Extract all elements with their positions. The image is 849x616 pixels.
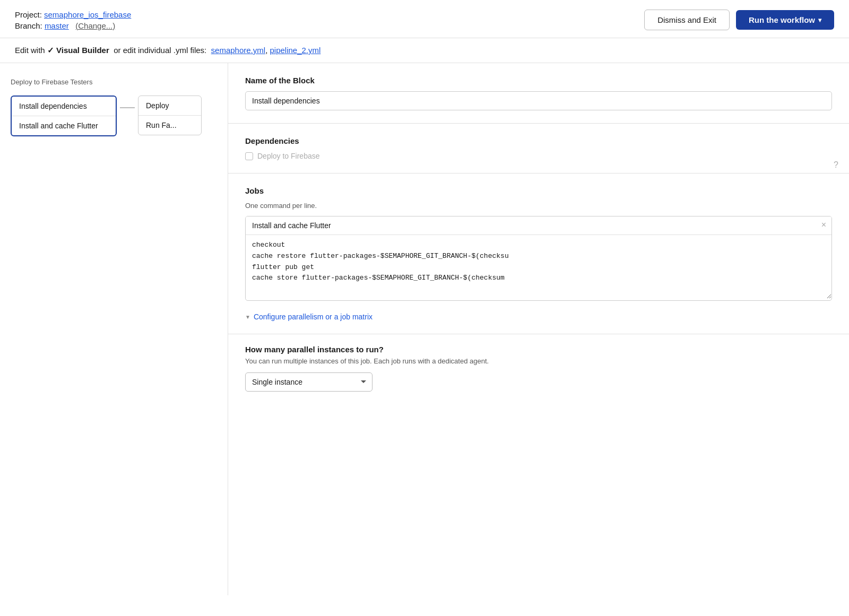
change-link[interactable]: (Change...) (75, 21, 115, 30)
job-close-button[interactable]: × (821, 221, 826, 229)
branch-link[interactable]: master (45, 21, 69, 30)
triangle-icon: ▼ (245, 314, 250, 320)
jobs-subtitle: One command per line. (245, 202, 832, 210)
block-name-section: Name of the Block (228, 63, 849, 124)
block-item-install-cache[interactable]: Install and cache Flutter (12, 116, 116, 135)
semaphore-yml-link[interactable]: semaphore.yml (211, 46, 266, 55)
main-layout: Deploy to Firebase Testers Install depen… (0, 63, 849, 595)
project-row: Project: semaphore_ios_firebase (15, 10, 131, 19)
block-item-runfa[interactable]: Run Fa... (138, 116, 201, 135)
left-panel: Deploy to Firebase Testers Install depen… (0, 63, 228, 595)
configure-parallelism-label: Configure parallelism or a job matrix (254, 313, 372, 321)
dependency-item-label: Deploy to Firebase (257, 152, 320, 160)
block-item-deploy[interactable]: Deploy (138, 96, 201, 116)
dependencies-label: Dependencies (245, 136, 832, 145)
header: Project: semaphore_ios_firebase Branch: … (0, 0, 849, 38)
project-link[interactable]: semaphore_ios_firebase (44, 10, 131, 19)
or-text: or edit individual .yml files: (114, 46, 206, 55)
visual-builder-label: Visual Builder (56, 46, 109, 55)
run-caret: ▾ (818, 16, 821, 24)
header-right: Dismiss and Exit Run the workflow ▾ (644, 10, 834, 30)
pipeline-row: Install dependencies Install and cache F… (11, 96, 217, 136)
job-entry: × checkout cache restore flutter-package… (245, 216, 832, 301)
job-name-input[interactable] (246, 216, 831, 235)
dependencies-section: Dependencies Deploy to Firebase ? (228, 124, 849, 173)
run-workflow-button[interactable]: Run the workflow ▾ (736, 10, 834, 30)
job-commands-textarea[interactable]: checkout cache restore flutter-packages-… (246, 235, 831, 299)
block-group-2: Deploy Run Fa... (138, 96, 202, 135)
configure-parallelism-toggle[interactable]: ▼ Configure parallelism or a job matrix (245, 307, 832, 321)
pipeline-section-label: Deploy to Firebase Testers (11, 78, 217, 86)
parallel-desc: You can run multiple instances of this j… (245, 357, 832, 365)
pipeline2-yml-link[interactable]: pipeline_2.yml (270, 46, 320, 55)
checkmark-icon: ✓ (47, 46, 54, 55)
right-panel: Name of the Block Dependencies Deploy to… (228, 63, 849, 595)
dismiss-button[interactable]: Dismiss and Exit (644, 10, 730, 30)
jobs-label: Jobs (245, 186, 832, 195)
jobs-section: Jobs One command per line. × checkout ca… (228, 173, 849, 334)
parallel-title: How many parallel instances to run? (245, 345, 832, 354)
connector-line (120, 107, 135, 108)
header-left: Project: semaphore_ios_firebase Branch: … (15, 10, 131, 30)
help-icon[interactable]: ? (834, 160, 838, 170)
parallel-section: How many parallel instances to run? You … (228, 334, 849, 402)
block-name-label: Name of the Block (245, 76, 832, 85)
block-group-1: Install dependencies Install and cache F… (11, 96, 117, 136)
dependency-checkbox[interactable] (245, 152, 253, 160)
block-name-input[interactable] (245, 91, 832, 110)
dependency-row: Deploy to Firebase (245, 152, 832, 160)
connector (117, 107, 138, 108)
parallel-instances-select[interactable]: Single instance 2 instances 4 instances … (245, 372, 372, 392)
project-label: Project: (15, 10, 42, 19)
branch-row: Branch: master (Change...) (15, 21, 131, 30)
branch-label: Branch: (15, 21, 42, 30)
edit-prefix: Edit with (15, 46, 45, 55)
run-label: Run the workflow (749, 15, 815, 24)
edit-bar: Edit with ✓ Visual Builder or edit indiv… (0, 38, 849, 63)
block-item-install-dependencies[interactable]: Install dependencies (12, 97, 116, 116)
